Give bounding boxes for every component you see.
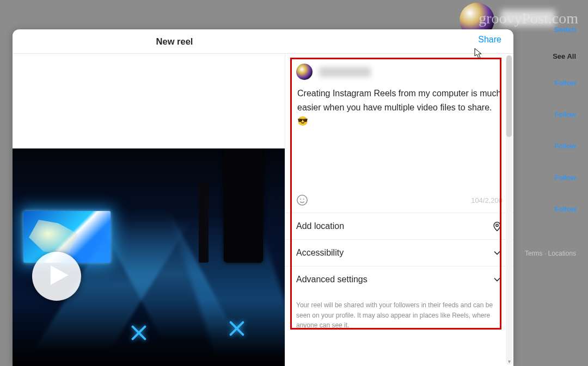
accessibility-label: Accessibility [296,248,344,258]
accessibility-row[interactable]: Accessibility [285,239,513,266]
modal-title: New reel [156,36,193,47]
vertical-scrollbar[interactable]: ▾ [506,55,512,365]
switch-account-link[interactable]: Switch [554,26,576,34]
svg-point-0 [297,195,307,205]
follow-button[interactable]: Follow [554,206,576,213]
stage-light-graphic [228,319,246,338]
video-preview[interactable] [13,148,285,366]
share-disclosure-text: Your reel will be shared with your follo… [285,293,513,331]
svg-point-2 [303,198,304,200]
follow-button[interactable]: Follow [554,142,576,150]
caption-textarea[interactable]: Creating Instagram Reels from my compute… [285,86,513,192]
caption-footer: 104/2,200 [285,192,513,213]
author-row: username [285,54,513,86]
stage-light-graphic [130,324,148,342]
suggestions-rail: Switch See All Follow Follow Follow Foll… [513,0,588,366]
current-user-name-redacted [501,10,555,26]
add-location-row[interactable]: Add location [285,213,513,239]
follow-button[interactable]: Follow [554,79,576,87]
add-location-label: Add location [296,221,344,231]
follow-button[interactable]: Follow [554,174,576,182]
svg-point-1 [300,198,301,200]
advanced-settings-label: Advanced settings [296,275,367,284]
advanced-settings-row[interactable]: Advanced settings [285,266,513,293]
preview-column [13,54,285,366]
follow-button[interactable]: Follow [554,111,576,119]
footer-links[interactable]: Terms · Locations [525,250,576,257]
play-icon [44,264,69,288]
emoji-picker-icon[interactable] [296,194,308,206]
svg-point-3 [496,224,498,226]
scroll-down-icon[interactable]: ▾ [506,358,512,365]
modal-header: New reel Share [13,29,513,54]
follow-list: Follow Follow Follow Follow Follow [554,79,576,213]
author-username-redacted: username [319,67,371,77]
chevron-down-icon [492,247,503,258]
stage-prop-graphic [199,181,209,263]
modal-body: username Creating Instagram Reels from m… [13,54,513,366]
see-all-link[interactable]: See All [553,52,576,60]
author-avatar[interactable] [296,64,313,80]
details-column: username Creating Instagram Reels from m… [285,54,513,366]
play-button[interactable] [32,252,81,301]
chevron-down-icon [492,274,503,285]
new-reel-modal: New reel Share [13,29,513,366]
stage-prop-graphic [224,148,263,263]
character-count: 104/2,200 [471,196,503,204]
share-button[interactable]: Share [478,35,501,45]
scrollbar-thumb[interactable] [506,55,512,137]
location-pin-icon [492,221,503,232]
